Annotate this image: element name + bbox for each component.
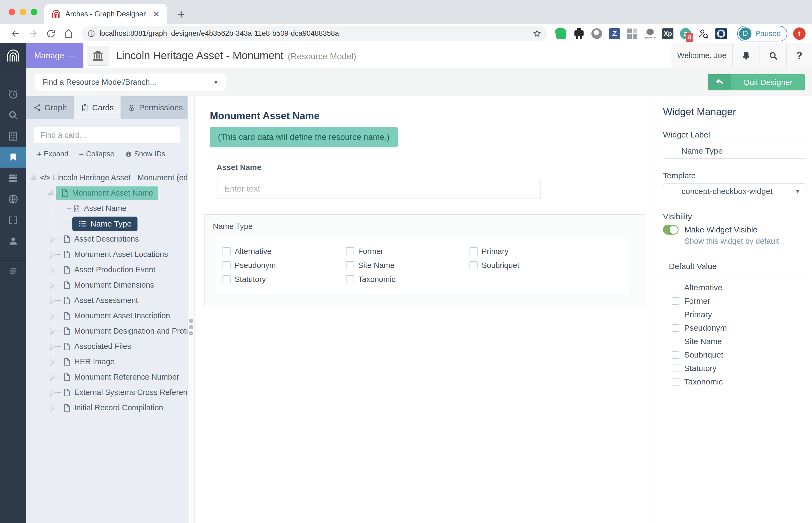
checkbox-icon[interactable] [672, 351, 679, 359]
tree-toggle-closed-icon[interactable] [50, 282, 54, 289]
card-search-input[interactable] [34, 127, 180, 143]
tab-cards[interactable]: Cards [74, 96, 121, 119]
tree-node-selected-widget[interactable]: Name Type [26, 216, 187, 231]
forward-icon[interactable] [28, 29, 38, 39]
server-nav-icon[interactable] [0, 168, 26, 188]
tree-node-selected-card[interactable]: Monument Asset Name [26, 185, 187, 201]
building-nav-icon[interactable] [0, 126, 26, 147]
checkbox-icon[interactable] [469, 261, 477, 269]
welcome-user-menu[interactable]: Welcome, Joe [671, 43, 732, 68]
asset-name-input[interactable] [217, 179, 541, 199]
tree-toggle-closed-icon[interactable] [50, 328, 54, 335]
tab-close-icon[interactable]: ✕ [153, 10, 160, 19]
checkbox-icon[interactable] [672, 364, 679, 372]
profile-paused-button[interactable]: D Paused [737, 26, 787, 41]
checkbox-option[interactable]: Soubriquet [469, 261, 593, 270]
graph-designer-nav-icon[interactable] [0, 147, 26, 168]
checkbox-option[interactable]: Site Name [672, 335, 804, 348]
tree-toggle-closed-icon[interactable] [50, 374, 54, 381]
checkbox-icon[interactable] [346, 261, 354, 269]
checkbox-icon[interactable] [672, 338, 679, 345]
reload-icon[interactable] [46, 29, 56, 39]
arches-logo-icon[interactable] [0, 43, 26, 68]
tree-toggle-closed-icon[interactable] [50, 266, 54, 273]
bookmark-star-icon[interactable] [533, 29, 541, 38]
tree-node[interactable]: Asset Descriptions [26, 231, 187, 247]
window-minimize-button[interactable] [20, 8, 26, 15]
globe-extension-icon[interactable] [715, 28, 727, 39]
home-icon[interactable] [64, 29, 74, 39]
recent-activity-icon[interactable] [0, 84, 26, 105]
checkbox-option[interactable]: Alternative [672, 281, 804, 294]
url-text[interactable]: localhost:8081/graph_designer/e4b3562b-3… [100, 29, 533, 38]
checkbox-option[interactable]: Taxonomic [672, 375, 804, 389]
checkbox-icon[interactable] [672, 297, 679, 305]
grid-extension-icon[interactable] [626, 28, 638, 39]
tree-toggle-closed-icon[interactable] [50, 343, 54, 350]
tree-node[interactable]: HER Image [26, 354, 187, 369]
collapse-all-button[interactable]: −Collapse [79, 150, 114, 158]
tree-toggle-closed-icon[interactable] [50, 251, 54, 258]
update-icon[interactable] [793, 28, 806, 40]
checkbox-icon[interactable] [222, 247, 231, 255]
tree-toggle-open-icon[interactable] [48, 189, 56, 197]
checkbox-option[interactable]: Alternative [222, 247, 346, 256]
tree-toggle-closed-icon[interactable] [50, 404, 54, 411]
panel-resize-divider[interactable] [187, 96, 195, 523]
tree-toggle-closed-icon[interactable] [50, 236, 54, 243]
checkbox-icon[interactable] [672, 324, 679, 332]
tree-toggle-closed-icon[interactable] [50, 297, 54, 304]
checkbox-icon[interactable] [672, 311, 679, 318]
circle-extension-icon[interactable] [591, 28, 603, 39]
expand-all-button[interactable]: +Expand [37, 150, 68, 158]
checkbox-option[interactable]: Soubriquet [672, 348, 804, 362]
tree-toggle-closed-icon[interactable] [50, 389, 54, 396]
checkbox-option[interactable]: Pseudonym [222, 261, 346, 270]
drag-grip-icon[interactable] [189, 319, 193, 336]
tree-toggle-closed-icon[interactable] [50, 358, 54, 365]
global-search-button[interactable] [760, 43, 787, 68]
checkbox-icon[interactable] [672, 378, 679, 385]
tree-node[interactable]: External Systems Cross Reference [26, 385, 187, 400]
quit-designer-button[interactable]: Quit Designer [708, 74, 805, 90]
checkbox-icon[interactable] [346, 275, 354, 283]
browser-tab[interactable]: Arches - Graph Designer ✕ [44, 4, 167, 24]
menu-nav-icon[interactable] [0, 260, 26, 281]
template-select[interactable]: concept-checkbox-widget ▼ [663, 183, 807, 199]
window-zoom-button[interactable] [31, 8, 37, 15]
tree-node[interactable]: Monument Designation and Protectio [26, 323, 187, 339]
checkbox-option[interactable]: Former [672, 294, 804, 308]
tree-node[interactable]: Monument Asset Locations [26, 247, 187, 262]
tab-permissions[interactable]: Permissions [121, 96, 187, 119]
tree-node[interactable]: Asset Name [26, 201, 187, 216]
xpath-extension-icon[interactable]: Xp [662, 28, 674, 39]
selector-extension-icon[interactable] [698, 28, 709, 39]
checkbox-option[interactable]: Site Name [346, 261, 469, 270]
tree-node[interactable]: Associated Files [26, 339, 187, 354]
widget-label-input[interactable] [663, 143, 807, 159]
geojson-extension-icon[interactable]: geojson.io [644, 28, 656, 39]
checkbox-option[interactable]: Primary [672, 308, 804, 321]
evernote-extension-icon[interactable] [555, 28, 567, 39]
tree-node[interactable]: Monument Dimensions [26, 277, 187, 293]
resource-model-dropdown[interactable]: Find a Resource Model/Branch... ▼ [35, 74, 226, 91]
window-controls[interactable] [8, 8, 37, 15]
zotero-extension-icon[interactable]: Z [609, 28, 620, 39]
new-tab-button[interactable]: + [178, 8, 185, 20]
checkbox-option[interactable]: Statutory [222, 275, 346, 284]
checkbox-icon[interactable] [469, 247, 477, 255]
checkbox-option[interactable]: Statutory [672, 362, 804, 375]
globe-nav-icon[interactable] [0, 188, 26, 210]
profile-nav-icon[interactable] [0, 231, 26, 252]
notifications-button[interactable] [732, 43, 760, 68]
checkbox-option[interactable]: Primary [469, 247, 593, 256]
help-button[interactable]: ? [787, 43, 812, 68]
tree-node[interactable]: Asset Production Event [26, 262, 187, 277]
tree-node[interactable]: Asset Assessment [26, 293, 187, 308]
site-info-icon[interactable] [87, 30, 95, 38]
checkbox-icon[interactable] [222, 275, 231, 283]
show-ids-button[interactable]: Show IDs [125, 150, 165, 158]
checkbox-option[interactable]: Former [346, 247, 469, 256]
back-icon[interactable] [10, 29, 20, 39]
a-extension-icon[interactable]: a8 [680, 28, 691, 39]
